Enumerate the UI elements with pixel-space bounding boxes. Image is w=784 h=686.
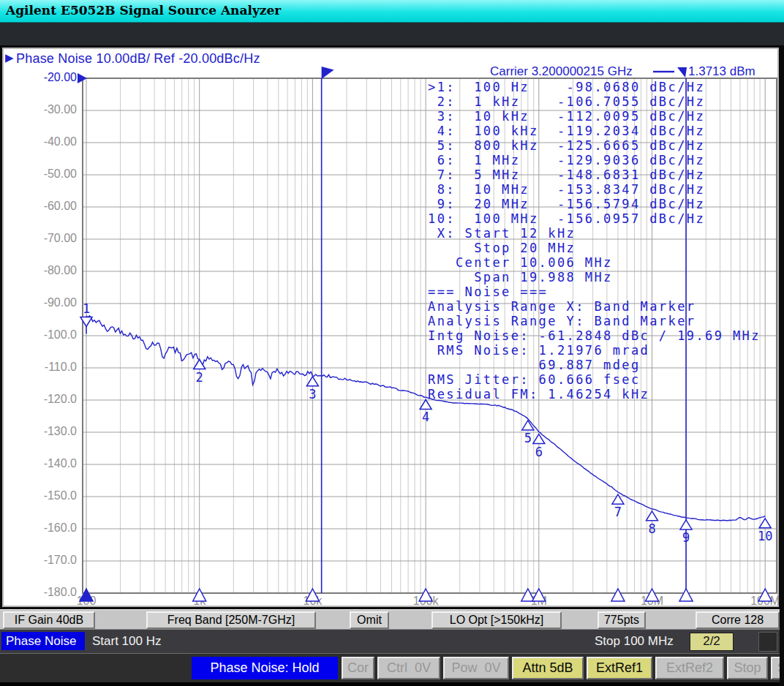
- analysis-readout-line: X: Start 12 kHz: [428, 226, 764, 241]
- marker-readout-line: 6: 1 MHz -129.9036 dBc/Hz: [428, 153, 764, 167]
- marker-readout-line: 10: 100 MHz -156.0957 dBc/Hz: [428, 211, 764, 226]
- y-axis-label: -160.0: [20, 521, 77, 535]
- softkey-row: IF Gain 40dB Freq Band [250M-7GHz] Omit …: [0, 609, 780, 630]
- state-ext-ref-2: ExtRef2: [655, 657, 724, 679]
- state-dc-power: Pow 0V: [443, 657, 509, 679]
- window-title-bar: Agilent E5052B Signal Source Analyzer: [0, 0, 784, 23]
- x-axis-label: 10k: [287, 595, 338, 608]
- state-attenuator: Attn 5dB: [512, 657, 584, 679]
- sweep-stop-readout: Stop 100 MHz: [595, 634, 674, 649]
- marker-readout-line: 4: 100 kHz -119.2034 dBc/Hz: [428, 124, 764, 138]
- analysis-readout-line: Center 10.006 MHz: [428, 255, 764, 270]
- marker-readout-line: >1: 100 Hz -98.0680 dBc/Hz: [428, 80, 764, 94]
- analysis-readout-line: Analysis Range Y: Band Marker: [428, 314, 764, 328]
- y-axis-label: -30.00: [20, 103, 77, 116]
- y-axis-label: -120.0: [20, 393, 77, 406]
- marker-readout-line: 9: 20 MHz -156.5794 dBc/Hz: [428, 197, 764, 211]
- menu-strip: [0, 23, 784, 45]
- analysis-readout-line: Analysis Range X: Band Marker: [428, 299, 764, 314]
- measurement-mode-badge: Phase Noise: [1, 632, 85, 650]
- carrier-frequency-readout: Carrier 3.200000215 GHz: [490, 64, 633, 79]
- softkey-lo-opt[interactable]: LO Opt [>150kHz]: [431, 611, 562, 629]
- analysis-readout-line: Stop 20 MHz: [428, 241, 764, 255]
- y-axis-label: -70.00: [20, 232, 77, 245]
- x-axis-label: 1M: [513, 595, 565, 608]
- softkey-omit[interactable]: Omit: [350, 611, 389, 629]
- measurement-status-bar: Phase Noise Start 100 Hz Stop 100 MHz 2/…: [0, 629, 780, 654]
- state-correction: Cor: [342, 657, 374, 679]
- state-phase-noise-hold: Phase Noise: Hold: [192, 657, 338, 679]
- marker-readout-line: 7: 5 MHz -148.6831 dBc/Hz: [428, 167, 764, 182]
- trace-scale-header: Phase Noise 10.00dB/ Ref -20.00dBc/Hz: [16, 51, 260, 67]
- x-axis-label: 10M: [627, 595, 678, 608]
- window-title: Agilent E5052B Signal Source Analyzer: [6, 3, 281, 18]
- y-axis-label: -130.0: [20, 425, 77, 438]
- marker-readout-line: 8: 10 MHz -153.8347 dBc/Hz: [428, 182, 764, 197]
- x-axis-label: 100M: [739, 595, 784, 608]
- marker-readout-line: 5: 800 kHz -125.6665 dBc/Hz: [428, 138, 764, 153]
- x-axis-label: 100k: [400, 595, 451, 608]
- marker-readout-line: 3: 10 kHz -112.0095 dBc/Hz: [428, 109, 764, 124]
- y-axis-label: -150.0: [20, 489, 77, 502]
- status-corner-box: [758, 632, 777, 652]
- active-trace-arrow-icon: ▶: [5, 51, 14, 64]
- analysis-readout-line: Intg Noise: -61.2848 dBc / 19.69 MHz: [428, 328, 764, 343]
- state-dc-control: Ctrl 0V: [377, 657, 440, 679]
- y-axis-label: -100.0: [20, 328, 77, 342]
- instrument-state-bar: Phase Noise: Hold Cor Ctrl 0V Pow 0V Att…: [0, 653, 780, 683]
- softkey-points[interactable]: 775pts: [598, 611, 646, 629]
- state-sweep-stop: Stop: [727, 657, 768, 679]
- softkey-correlation[interactable]: Corre 128: [696, 611, 780, 629]
- page-indicator: 2/2: [690, 633, 734, 651]
- analysis-readout-line: RMS Noise: 1.21976 mrad: [428, 343, 764, 358]
- bottom-edge: [0, 682, 784, 686]
- instrument-screen: Agilent E5052B Signal Source Analyzer ▶ …: [0, 0, 784, 686]
- y-axis-label: -50.00: [20, 167, 77, 181]
- y-axis-label: -40.00: [20, 135, 77, 148]
- y-axis-label: -140.0: [20, 457, 77, 470]
- marker-readout-line: 2: 1 kHz -106.7055 dBc/Hz: [428, 94, 764, 109]
- y-axis-label: -80.00: [20, 264, 77, 277]
- softkey-freq-band[interactable]: Freq Band [250M-7GHz]: [146, 611, 316, 629]
- y-axis-label: -90.00: [20, 296, 77, 309]
- right-edge: [780, 45, 784, 686]
- x-axis-label: 100: [61, 595, 112, 608]
- analysis-readout-line: RMS Jitter: 60.666 fsec: [428, 372, 764, 387]
- y-axis-label: -110.0: [20, 361, 77, 374]
- sweep-start-readout: Start 100 Hz: [92, 634, 162, 649]
- analysis-readout-line: 69.887 mdeg: [428, 358, 764, 372]
- state-ext-ref-1: ExtRef1: [587, 657, 652, 679]
- softkey-if-gain[interactable]: IF Gain 40dB: [3, 611, 95, 629]
- x-axis-label: 1k: [174, 595, 225, 608]
- y-axis-label: -20.00: [20, 71, 77, 84]
- carrier-power-readout: 1.3713 dBm: [688, 64, 755, 79]
- y-axis-label: -60.00: [20, 200, 77, 213]
- y-axis-label: -170.0: [20, 554, 77, 567]
- analysis-readout-line: Residual FM: 1.46254 kHz: [428, 387, 764, 402]
- analysis-readout-line: Span 19.988 MHz: [428, 270, 764, 284]
- analysis-readout-line: === Noise ===: [428, 284, 764, 299]
- marker-readout-block: >1: 100 Hz -98.0680 dBc/Hz 2: 1 kHz -106…: [428, 80, 764, 402]
